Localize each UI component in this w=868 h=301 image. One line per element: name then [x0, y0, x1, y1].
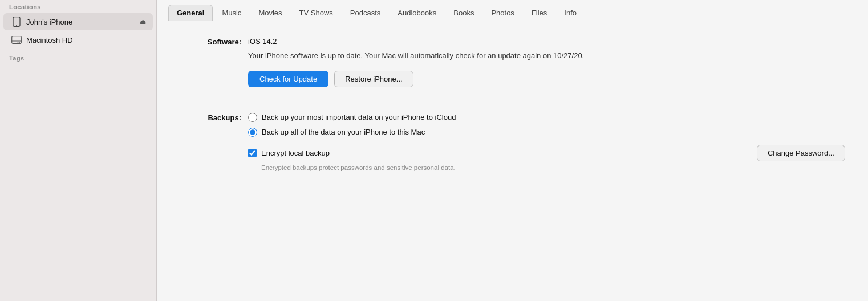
iphone-icon	[11, 17, 22, 27]
tab-podcasts[interactable]: Podcasts	[342, 5, 388, 21]
tab-files[interactable]: Files	[524, 5, 555, 21]
svg-point-1	[16, 25, 17, 26]
svg-point-5	[19, 42, 20, 43]
backup-radio-group: Back up your most important data on your…	[248, 113, 845, 137]
hd-icon	[11, 35, 22, 45]
tab-photos[interactable]: Photos	[483, 5, 522, 21]
tab-tv-shows[interactable]: TV Shows	[291, 5, 341, 21]
software-description: Your iPhone software is up to date. Your…	[248, 50, 682, 62]
backup-description: Encrypted backups protect passwords and …	[261, 164, 845, 171]
encrypt-row: Encrypt local backup Change Password...	[248, 145, 845, 161]
check-update-button[interactable]: Check for Update	[248, 71, 328, 87]
backup-icloud-radio[interactable]	[248, 113, 257, 122]
encrypt-row-inner: Encrypt local backup Change Password...	[248, 145, 845, 161]
general-content: Software: iOS 14.2 Your iPhone software …	[157, 21, 868, 301]
backup-icloud-option[interactable]: Back up your most important data on your…	[248, 113, 845, 122]
tab-bar: General Music Movies TV Shows Podcasts A…	[157, 0, 868, 21]
backups-content: Back up your most important data on your…	[248, 113, 845, 171]
tab-music[interactable]: Music	[214, 5, 249, 21]
tab-books[interactable]: Books	[445, 5, 482, 21]
backup-mac-radio[interactable]	[248, 128, 257, 137]
backups-section: Backups: Back up your most important dat…	[180, 113, 845, 171]
encrypt-checkbox[interactable]	[248, 149, 257, 157]
svg-rect-3	[12, 36, 22, 44]
software-section: Software: iOS 14.2 Your iPhone software …	[180, 37, 845, 87]
tab-audiobooks[interactable]: Audiobooks	[390, 5, 444, 21]
iphone-label: John's iPhone	[26, 18, 135, 26]
svg-point-6	[18, 42, 19, 43]
restore-iphone-button[interactable]: Restore iPhone...	[334, 71, 413, 87]
encrypt-label: Encrypt local backup	[261, 149, 757, 157]
software-content: iOS 14.2 Your iPhone software is up to d…	[248, 37, 845, 87]
change-password-button[interactable]: Change Password...	[757, 145, 845, 161]
main-content: General Music Movies TV Shows Podcasts A…	[157, 0, 868, 301]
backup-mac-option[interactable]: Back up all of the data on your iPhone t…	[248, 128, 845, 137]
backup-icloud-label: Back up your most important data on your…	[262, 113, 456, 121]
svg-rect-2	[15, 18, 18, 18]
backup-mac-label: Back up all of the data on your iPhone t…	[262, 128, 425, 136]
tab-movies[interactable]: Movies	[250, 5, 290, 21]
section-divider	[180, 100, 845, 100]
encrypt-left: Encrypt local backup	[248, 149, 757, 157]
sidebar-item-macintosh-hd[interactable]: Macintosh HD	[3, 31, 153, 48]
software-label: Software:	[180, 37, 248, 87]
software-buttons: Check for Update Restore iPhone...	[248, 71, 845, 87]
tab-general[interactable]: General	[168, 5, 213, 21]
macintosh-hd-label: Macintosh HD	[26, 36, 146, 44]
sidebar-item-iphone[interactable]: John's iPhone ⏏	[3, 13, 153, 30]
sidebar: Locations John's iPhone ⏏ Macintosh HD T…	[0, 0, 157, 301]
tab-info[interactable]: Info	[556, 5, 585, 21]
tags-header: Tags	[0, 49, 156, 64]
eject-icon[interactable]: ⏏	[140, 18, 146, 26]
software-version: iOS 14.2	[248, 37, 845, 46]
backups-label: Backups:	[180, 113, 248, 171]
locations-header: Locations	[0, 0, 156, 13]
